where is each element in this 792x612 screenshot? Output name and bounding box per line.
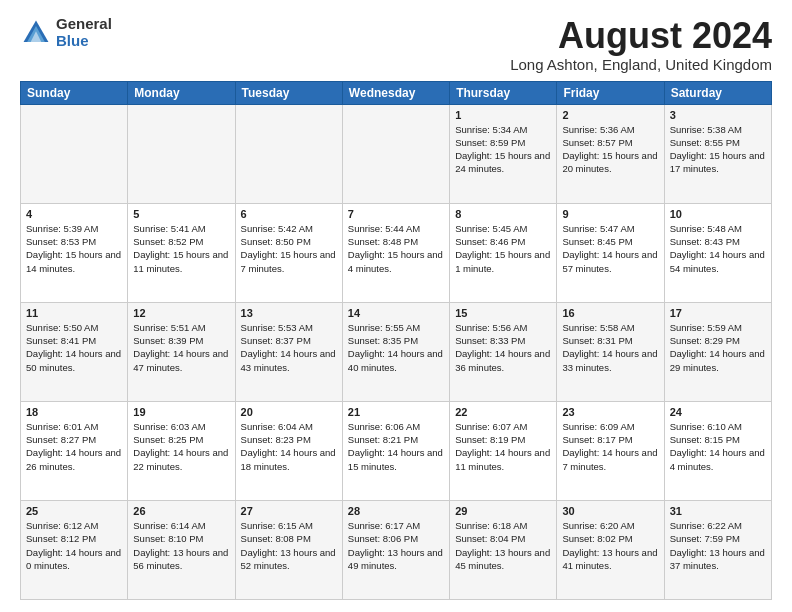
- day-number: 21: [348, 406, 444, 418]
- day-info: Sunrise: 6:15 AM Sunset: 8:08 PM Dayligh…: [241, 519, 337, 572]
- logo: General Blue: [20, 16, 112, 49]
- day-number: 12: [133, 307, 229, 319]
- day-cell: 17Sunrise: 5:59 AM Sunset: 8:29 PM Dayli…: [664, 302, 771, 401]
- day-info: Sunrise: 5:34 AM Sunset: 8:59 PM Dayligh…: [455, 123, 551, 176]
- col-monday: Monday: [128, 81, 235, 104]
- day-number: 20: [241, 406, 337, 418]
- day-number: 1: [455, 109, 551, 121]
- day-cell: 25Sunrise: 6:12 AM Sunset: 8:12 PM Dayli…: [21, 500, 128, 599]
- header: General Blue August 2024 Long Ashton, En…: [20, 16, 772, 73]
- day-info: Sunrise: 6:07 AM Sunset: 8:19 PM Dayligh…: [455, 420, 551, 473]
- day-cell: 29Sunrise: 6:18 AM Sunset: 8:04 PM Dayli…: [450, 500, 557, 599]
- day-cell: 26Sunrise: 6:14 AM Sunset: 8:10 PM Dayli…: [128, 500, 235, 599]
- day-cell: 30Sunrise: 6:20 AM Sunset: 8:02 PM Dayli…: [557, 500, 664, 599]
- day-info: Sunrise: 5:50 AM Sunset: 8:41 PM Dayligh…: [26, 321, 122, 374]
- day-cell: 24Sunrise: 6:10 AM Sunset: 8:15 PM Dayli…: [664, 401, 771, 500]
- day-number: 8: [455, 208, 551, 220]
- week-row-3: 11Sunrise: 5:50 AM Sunset: 8:41 PM Dayli…: [21, 302, 772, 401]
- day-cell: 18Sunrise: 6:01 AM Sunset: 8:27 PM Dayli…: [21, 401, 128, 500]
- day-number: 22: [455, 406, 551, 418]
- day-info: Sunrise: 5:39 AM Sunset: 8:53 PM Dayligh…: [26, 222, 122, 275]
- col-sunday: Sunday: [21, 81, 128, 104]
- day-info: Sunrise: 5:59 AM Sunset: 8:29 PM Dayligh…: [670, 321, 766, 374]
- calendar-body: 1Sunrise: 5:34 AM Sunset: 8:59 PM Daylig…: [21, 104, 772, 599]
- day-info: Sunrise: 5:45 AM Sunset: 8:46 PM Dayligh…: [455, 222, 551, 275]
- day-cell: 31Sunrise: 6:22 AM Sunset: 7:59 PM Dayli…: [664, 500, 771, 599]
- day-number: 2: [562, 109, 658, 121]
- day-number: 7: [348, 208, 444, 220]
- day-cell: [128, 104, 235, 203]
- day-info: Sunrise: 5:36 AM Sunset: 8:57 PM Dayligh…: [562, 123, 658, 176]
- month-year: August 2024: [510, 16, 772, 56]
- col-thursday: Thursday: [450, 81, 557, 104]
- day-cell: 2Sunrise: 5:36 AM Sunset: 8:57 PM Daylig…: [557, 104, 664, 203]
- day-cell: [21, 104, 128, 203]
- day-number: 17: [670, 307, 766, 319]
- day-info: Sunrise: 6:14 AM Sunset: 8:10 PM Dayligh…: [133, 519, 229, 572]
- logo-blue-text: Blue: [56, 33, 112, 50]
- day-number: 24: [670, 406, 766, 418]
- day-info: Sunrise: 5:44 AM Sunset: 8:48 PM Dayligh…: [348, 222, 444, 275]
- day-cell: 8Sunrise: 5:45 AM Sunset: 8:46 PM Daylig…: [450, 203, 557, 302]
- calendar-header: Sunday Monday Tuesday Wednesday Thursday…: [21, 81, 772, 104]
- week-row-4: 18Sunrise: 6:01 AM Sunset: 8:27 PM Dayli…: [21, 401, 772, 500]
- day-cell: 4Sunrise: 5:39 AM Sunset: 8:53 PM Daylig…: [21, 203, 128, 302]
- day-number: 6: [241, 208, 337, 220]
- day-info: Sunrise: 6:03 AM Sunset: 8:25 PM Dayligh…: [133, 420, 229, 473]
- day-info: Sunrise: 6:06 AM Sunset: 8:21 PM Dayligh…: [348, 420, 444, 473]
- header-row: Sunday Monday Tuesday Wednesday Thursday…: [21, 81, 772, 104]
- day-info: Sunrise: 5:42 AM Sunset: 8:50 PM Dayligh…: [241, 222, 337, 275]
- day-cell: 23Sunrise: 6:09 AM Sunset: 8:17 PM Dayli…: [557, 401, 664, 500]
- day-cell: 7Sunrise: 5:44 AM Sunset: 8:48 PM Daylig…: [342, 203, 449, 302]
- day-info: Sunrise: 5:51 AM Sunset: 8:39 PM Dayligh…: [133, 321, 229, 374]
- day-number: 10: [670, 208, 766, 220]
- day-cell: 14Sunrise: 5:55 AM Sunset: 8:35 PM Dayli…: [342, 302, 449, 401]
- logo-text: General Blue: [56, 16, 112, 49]
- day-info: Sunrise: 5:53 AM Sunset: 8:37 PM Dayligh…: [241, 321, 337, 374]
- day-number: 13: [241, 307, 337, 319]
- day-number: 31: [670, 505, 766, 517]
- day-number: 16: [562, 307, 658, 319]
- day-number: 3: [670, 109, 766, 121]
- week-row-2: 4Sunrise: 5:39 AM Sunset: 8:53 PM Daylig…: [21, 203, 772, 302]
- day-cell: 9Sunrise: 5:47 AM Sunset: 8:45 PM Daylig…: [557, 203, 664, 302]
- day-info: Sunrise: 6:18 AM Sunset: 8:04 PM Dayligh…: [455, 519, 551, 572]
- day-number: 30: [562, 505, 658, 517]
- logo-icon: [20, 17, 52, 49]
- day-number: 11: [26, 307, 122, 319]
- day-info: Sunrise: 5:55 AM Sunset: 8:35 PM Dayligh…: [348, 321, 444, 374]
- calendar-table: Sunday Monday Tuesday Wednesday Thursday…: [20, 81, 772, 600]
- day-cell: [342, 104, 449, 203]
- day-cell: 3Sunrise: 5:38 AM Sunset: 8:55 PM Daylig…: [664, 104, 771, 203]
- location: Long Ashton, England, United Kingdom: [510, 56, 772, 73]
- day-number: 9: [562, 208, 658, 220]
- day-cell: 6Sunrise: 5:42 AM Sunset: 8:50 PM Daylig…: [235, 203, 342, 302]
- day-cell: 12Sunrise: 5:51 AM Sunset: 8:39 PM Dayli…: [128, 302, 235, 401]
- day-number: 28: [348, 505, 444, 517]
- day-number: 19: [133, 406, 229, 418]
- day-info: Sunrise: 6:17 AM Sunset: 8:06 PM Dayligh…: [348, 519, 444, 572]
- day-info: Sunrise: 5:56 AM Sunset: 8:33 PM Dayligh…: [455, 321, 551, 374]
- day-cell: 19Sunrise: 6:03 AM Sunset: 8:25 PM Dayli…: [128, 401, 235, 500]
- day-info: Sunrise: 6:09 AM Sunset: 8:17 PM Dayligh…: [562, 420, 658, 473]
- calendar: Sunday Monday Tuesday Wednesday Thursday…: [20, 81, 772, 600]
- day-number: 14: [348, 307, 444, 319]
- col-friday: Friday: [557, 81, 664, 104]
- page: General Blue August 2024 Long Ashton, En…: [0, 0, 792, 612]
- day-cell: 27Sunrise: 6:15 AM Sunset: 8:08 PM Dayli…: [235, 500, 342, 599]
- day-cell: 28Sunrise: 6:17 AM Sunset: 8:06 PM Dayli…: [342, 500, 449, 599]
- day-number: 27: [241, 505, 337, 517]
- day-cell: 15Sunrise: 5:56 AM Sunset: 8:33 PM Dayli…: [450, 302, 557, 401]
- day-cell: 20Sunrise: 6:04 AM Sunset: 8:23 PM Dayli…: [235, 401, 342, 500]
- day-number: 26: [133, 505, 229, 517]
- day-info: Sunrise: 5:47 AM Sunset: 8:45 PM Dayligh…: [562, 222, 658, 275]
- title-block: August 2024 Long Ashton, England, United…: [510, 16, 772, 73]
- day-cell: 11Sunrise: 5:50 AM Sunset: 8:41 PM Dayli…: [21, 302, 128, 401]
- col-tuesday: Tuesday: [235, 81, 342, 104]
- day-info: Sunrise: 5:48 AM Sunset: 8:43 PM Dayligh…: [670, 222, 766, 275]
- day-number: 5: [133, 208, 229, 220]
- day-info: Sunrise: 5:58 AM Sunset: 8:31 PM Dayligh…: [562, 321, 658, 374]
- day-info: Sunrise: 5:41 AM Sunset: 8:52 PM Dayligh…: [133, 222, 229, 275]
- day-info: Sunrise: 6:20 AM Sunset: 8:02 PM Dayligh…: [562, 519, 658, 572]
- day-info: Sunrise: 6:01 AM Sunset: 8:27 PM Dayligh…: [26, 420, 122, 473]
